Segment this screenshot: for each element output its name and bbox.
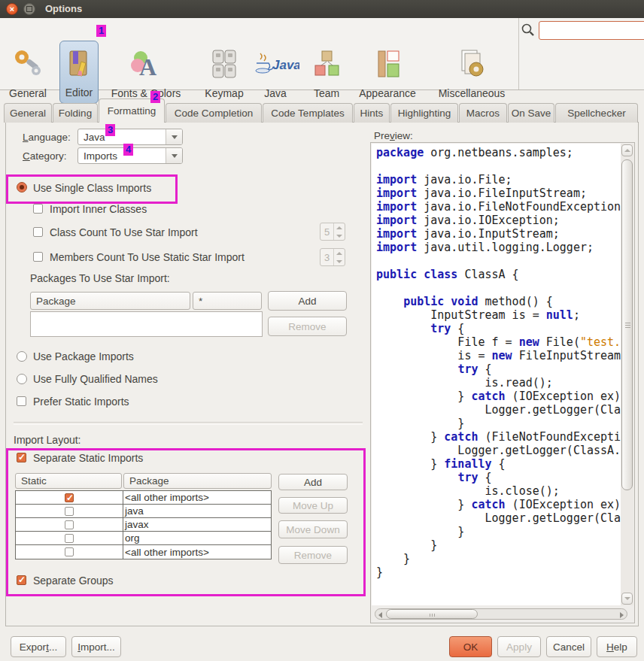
static-checkbox[interactable] xyxy=(65,520,74,529)
class-count-label[interactable]: Class Count To Use Star Import xyxy=(50,226,198,238)
static-cell[interactable] xyxy=(16,491,123,504)
tab-spellchecker[interactable]: Spellchecker xyxy=(555,103,638,123)
use-package-imports-label[interactable]: Use Package Imports xyxy=(33,350,134,362)
tab-hints[interactable]: Hints xyxy=(354,103,390,123)
members-count-checkbox[interactable] xyxy=(33,252,43,262)
tab-on-save[interactable]: On Save xyxy=(508,103,554,123)
chevron-down-icon[interactable] xyxy=(166,148,182,163)
scroll-down-icon[interactable] xyxy=(621,593,633,605)
table-row[interactable]: java xyxy=(16,505,271,518)
horizontal-scroll-thumb[interactable] xyxy=(386,609,478,619)
preview-label: Preview: xyxy=(374,130,413,141)
il-add-button[interactable]: Add xyxy=(278,474,348,490)
static-cell[interactable] xyxy=(16,545,123,559)
package-cell[interactable]: java xyxy=(123,505,271,517)
use-single-class-imports-radio[interactable] xyxy=(17,182,27,193)
package-cell[interactable]: <all other imports> xyxy=(123,491,271,504)
category-general[interactable]: General xyxy=(5,41,51,104)
star-import-table[interactable] xyxy=(30,311,263,337)
il-move-up-button[interactable]: Move Up xyxy=(278,497,348,514)
separate-groups-label[interactable]: Separate Groups xyxy=(33,575,114,587)
horizontal-scrollbar[interactable] xyxy=(375,608,627,620)
static-checkbox[interactable] xyxy=(65,507,74,516)
category-appearance[interactable]: Appearance xyxy=(350,41,425,104)
search-input[interactable] xyxy=(539,21,644,40)
star-add-button[interactable]: Add xyxy=(268,291,347,311)
separate-groups-checkbox[interactable] xyxy=(17,575,26,585)
il-header-static[interactable]: Static xyxy=(15,473,122,489)
category-team[interactable]: Team xyxy=(305,41,348,104)
scroll-up-icon[interactable] xyxy=(621,144,633,156)
package-cell[interactable]: javax xyxy=(123,518,271,531)
chevron-down-icon[interactable] xyxy=(166,129,182,144)
import-button[interactable]: Import... xyxy=(71,636,121,657)
title-bar[interactable]: × Options xyxy=(0,0,644,19)
use-fqn-label[interactable]: Use Fully Qualified Names xyxy=(33,373,158,385)
il-move-down-button[interactable]: Move Down xyxy=(278,520,348,538)
class-count-checkbox[interactable] xyxy=(33,227,43,237)
static-cell[interactable] xyxy=(16,518,123,531)
import-inner-classes-label[interactable]: Import Inner Classes xyxy=(50,203,147,215)
static-checkbox[interactable] xyxy=(65,547,74,556)
scroll-left-icon[interactable] xyxy=(378,612,382,618)
il-remove-button[interactable]: Remove xyxy=(278,546,348,564)
static-checkbox[interactable] xyxy=(65,534,74,543)
use-single-class-imports-label[interactable]: Use Single Class Imports xyxy=(33,182,151,194)
tab-label: Code Completion xyxy=(175,108,253,119)
general-icon xyxy=(11,41,44,87)
vertical-scroll-thumb[interactable] xyxy=(621,159,633,490)
tab-label: Highlighting xyxy=(398,108,451,119)
star-table-header-star[interactable]: * xyxy=(193,292,262,310)
ok-button[interactable]: OK xyxy=(449,636,492,657)
export-button[interactable]: Export... xyxy=(11,636,66,657)
tab-general[interactable]: General xyxy=(4,103,52,123)
il-header-package[interactable]: Package xyxy=(123,473,272,489)
help-button[interactable]: Help xyxy=(597,636,637,657)
category-java[interactable]: Java Java xyxy=(251,41,299,104)
static-checkbox[interactable] xyxy=(65,493,74,502)
tab-code-templates[interactable]: Code Templates xyxy=(263,103,353,123)
apply-button[interactable]: Apply xyxy=(497,636,541,657)
use-fqn-radio[interactable] xyxy=(17,374,27,384)
tab-code-completion[interactable]: Code Completion xyxy=(166,103,262,123)
table-row[interactable]: javax xyxy=(16,518,271,532)
import-layout-table[interactable]: <all other imports>javajavaxorg<all othe… xyxy=(15,490,272,559)
package-cell[interactable]: <all other imports> xyxy=(123,545,271,559)
tab-macros[interactable]: Macros xyxy=(459,103,507,123)
prefer-static-checkbox[interactable] xyxy=(17,396,26,406)
separate-static-imports-checkbox[interactable] xyxy=(17,453,26,462)
members-count-spinner[interactable]: 3 xyxy=(320,248,345,266)
category-miscellaneous[interactable]: Miscellaneous xyxy=(427,41,516,104)
prefer-static-label[interactable]: Prefer Static Imports xyxy=(33,396,129,408)
vertical-scrollbar[interactable] xyxy=(621,144,633,605)
language-dropdown[interactable]: Java xyxy=(77,129,183,145)
members-count-label[interactable]: Members Count To Use Static Star Import xyxy=(50,251,245,263)
category-label-field: Category: xyxy=(23,150,67,162)
import-inner-classes-checkbox[interactable] xyxy=(33,204,43,214)
code-editor[interactable]: package org.netbeans.samples; import jav… xyxy=(372,144,621,605)
team-icon xyxy=(311,41,342,87)
category-editor[interactable]: Editor xyxy=(59,41,99,104)
table-row[interactable]: <all other imports> xyxy=(16,545,271,559)
category-fonts-colors[interactable]: A Fonts & Colors xyxy=(103,41,189,104)
scroll-right-icon[interactable] xyxy=(620,612,624,618)
star-table-header-package[interactable]: Package xyxy=(30,292,190,310)
spinner-arrows[interactable] xyxy=(333,223,345,240)
editor-icon xyxy=(64,41,94,86)
category-keymap[interactable]: Keymap xyxy=(197,41,251,104)
use-package-imports-radio[interactable] xyxy=(17,351,27,362)
close-icon[interactable]: × xyxy=(6,3,18,15)
separate-static-imports-label[interactable]: Separate Static Imports xyxy=(33,452,143,464)
tab-folding[interactable]: Folding xyxy=(53,103,98,123)
cancel-button[interactable]: Cancel xyxy=(546,636,591,657)
package-cell[interactable]: org xyxy=(123,532,271,544)
table-row[interactable]: <all other imports> xyxy=(16,491,271,505)
static-cell[interactable] xyxy=(16,532,123,544)
tab-highlighting[interactable]: Highlighting xyxy=(390,103,458,123)
maximize-icon[interactable] xyxy=(23,3,35,15)
static-cell[interactable] xyxy=(16,505,123,517)
class-count-spinner[interactable]: 5 xyxy=(320,223,345,241)
spinner-arrows[interactable] xyxy=(333,249,345,265)
table-row[interactable]: org xyxy=(16,532,271,545)
star-remove-button[interactable]: Remove xyxy=(268,317,347,336)
